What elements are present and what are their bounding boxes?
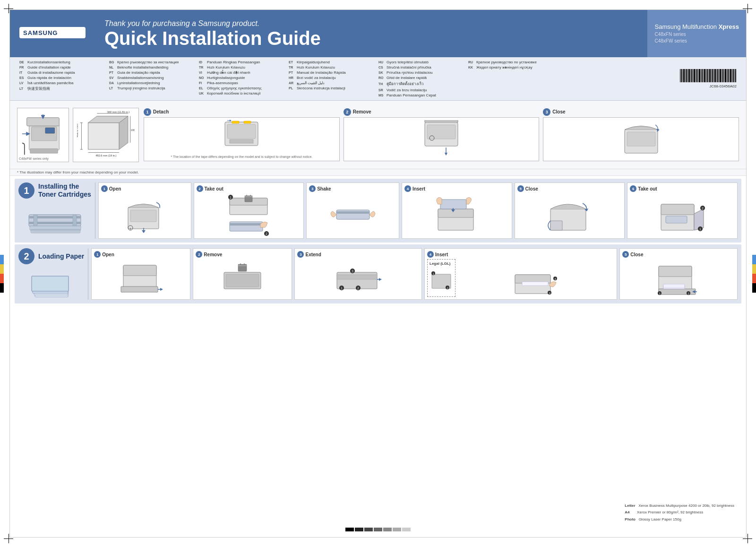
legal-lgl-box: Legal (LGL) 1 2 — [427, 259, 455, 297]
svg-rect-104 — [661, 204, 694, 215]
step-2-takeout: 2 Take out 1 — [194, 182, 304, 239]
lang-item: TRHızlı Kurulum Kılavuzu — [289, 65, 364, 69]
step6-label: Take out — [638, 186, 657, 191]
svg-rect-47 — [30, 148, 58, 153]
paper-rec-letter: Letter Xerox Business Multipurpose 4200 … — [625, 503, 734, 509]
step5-svg — [546, 195, 593, 235]
s2-step2-svg — [220, 260, 265, 296]
detach-svg — [220, 120, 263, 155]
section1-title: Installing the Toner Cartridges — [38, 182, 91, 199]
brand-name: SAMSUNG — [23, 29, 58, 36]
svg-rect-8 — [690, 69, 691, 82]
svg-rect-24 — [711, 69, 712, 82]
lang-col-6: RUКраткое руководство по установке KKЖед… — [468, 60, 544, 97]
step5-circle: 5 — [517, 185, 524, 192]
section2-number: 2 — [18, 248, 34, 264]
lang-col-4: ETKiirpaigaldusjuhend TRHızlı Kurulum Kı… — [289, 60, 364, 97]
lang-item: ESGuía rápida de instalación — [19, 76, 95, 80]
lang-item: FRGuide d'installation rapide — [19, 65, 95, 69]
lang-item: KKЖедел орнату жөніндегі нұсқау — [468, 65, 544, 69]
lang-item: PTManual de Instalação Rápida — [289, 70, 364, 75]
printer-diagrams: C48xFW series only 482.6 mm 300 mm (11. — [17, 108, 139, 162]
svg-rect-37 — [728, 69, 729, 82]
toner-illustration — [18, 202, 91, 239]
step-label-close: Close — [552, 109, 565, 114]
svg-rect-15 — [699, 69, 700, 82]
section2-steps: 1 Open — [91, 248, 738, 300]
step-label-detach: Detach — [153, 109, 169, 114]
svg-rect-91 — [230, 223, 263, 226]
svg-rect-26 — [713, 69, 714, 82]
svg-rect-5 — [686, 69, 687, 82]
step3-circle: 3 — [309, 185, 316, 192]
svg-marker-126 — [379, 278, 382, 281]
svg-rect-76 — [31, 229, 80, 233]
svg-rect-140 — [522, 282, 548, 286]
main-content: SAMSUNG Thank you for purchasing a Samsu… — [9, 9, 747, 538]
svg-rect-23 — [709, 69, 711, 82]
barcode-svg — [680, 69, 737, 83]
svg-rect-25 — [712, 69, 713, 82]
header-product-info: Samsung Multifunction Xpress C48xFN seri… — [647, 10, 746, 57]
svg-rect-40 — [732, 69, 732, 82]
paper-type-letter: Letter — [625, 504, 635, 508]
step1-circle: 1 — [101, 185, 108, 192]
step-num-3: 3 — [543, 108, 550, 116]
s2-step2-image — [196, 259, 289, 297]
guide-title: Quick Installation Guide — [104, 29, 638, 48]
lang-item: ROGhid de instalare rapidă — [378, 76, 454, 80]
lang-item: DEKurzinstallationsanleitung — [19, 60, 95, 64]
step2b-svg: 2 — [225, 217, 272, 236]
paper-illustration — [18, 268, 84, 300]
paper-rec-photo: Photo Glossy Laser Paper 150g — [625, 516, 734, 523]
section1-number: 1 — [18, 182, 34, 199]
svg-rect-0 — [680, 69, 680, 82]
samsung-logo: SAMSUNG — [19, 27, 86, 38]
step6-svg: 2 1 — [659, 195, 706, 235]
svg-rect-19 — [704, 69, 705, 82]
dimension-svg: 482.6 mm 300 mm (11.81 in.) 100 mm 482.6… — [77, 110, 135, 160]
s2-step-4-insert: 4 Insert Legal (LGL) 1 — [424, 248, 617, 300]
recommended-paper-section: Letter Xerox Business Multipurpose 4200 … — [625, 503, 734, 523]
svg-text:482.6 mm (19 in.): 482.6 mm (19 in.) — [95, 154, 116, 157]
svg-rect-32 — [722, 69, 722, 82]
svg-rect-74 — [73, 215, 77, 226]
svg-rect-13 — [696, 69, 697, 82]
svg-rect-120 — [238, 264, 247, 271]
step-6-takeout: 6 Take out — [627, 182, 738, 239]
svg-rect-105 — [666, 216, 687, 223]
lang-item: PTGuia de instalação rápida — [109, 70, 185, 75]
color-reg-md — [374, 528, 382, 531]
svg-rect-64 — [244, 121, 251, 123]
lang-item: HRBrzi vodič za instalaciju — [289, 76, 364, 80]
s2-step3-label: Extend — [305, 252, 321, 257]
lang-item: HUGyors telepítési útmutató — [378, 60, 454, 64]
svg-rect-28 — [716, 69, 717, 82]
svg-rect-35 — [725, 69, 726, 82]
color-reg-md2 — [383, 528, 392, 531]
s2-step-5-close: 5 Close — [619, 248, 738, 300]
svg-rect-36 — [727, 69, 727, 82]
legal-svg: 1 2 — [430, 267, 453, 291]
step3-label: Shake — [317, 186, 331, 191]
section1-steps: 1 Open — [98, 182, 738, 239]
svg-rect-33 — [722, 69, 723, 82]
svg-rect-10 — [693, 69, 693, 82]
s2-step5-label: Close — [630, 252, 643, 257]
overview-step-detach: 1 Detach — [144, 108, 340, 161]
s2-step2-label: Remove — [204, 252, 222, 257]
s2-step5-image: 2 1 — [622, 259, 735, 297]
step-num-1: 1 — [144, 108, 151, 116]
overview-section: C48xFW series only 482.6 mm 300 mm (11. — [10, 101, 746, 169]
svg-marker-117 — [160, 288, 163, 291]
thank-you-text: Thank you for purchasing a Samsung produ… — [104, 19, 638, 28]
overview-step-remove: 2 Remove — [344, 108, 540, 161]
lang-item: NLBeknofte installatiehandleiding — [109, 65, 185, 69]
svg-rect-115 — [123, 265, 156, 276]
svg-rect-49 — [88, 122, 119, 149]
step1-label: Open — [109, 186, 121, 191]
paper-desc-photo: Glossy Laser Paper 150g — [639, 517, 681, 521]
svg-rect-34 — [724, 69, 724, 82]
step4-label: Insert — [412, 186, 425, 191]
lang-item: LT快速安装指南 — [19, 86, 95, 91]
